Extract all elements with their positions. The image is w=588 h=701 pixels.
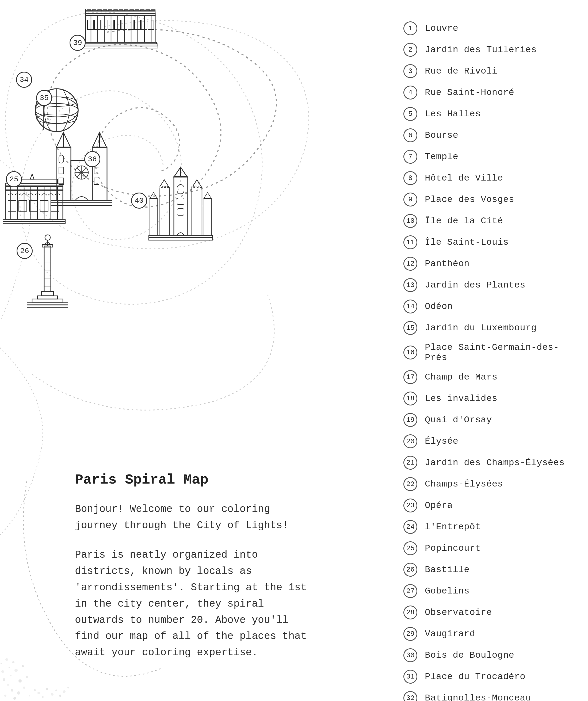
- list-number-14: 14: [403, 299, 417, 313]
- list-number-6: 6: [403, 129, 417, 142]
- list-item-1: 1Louvre: [403, 21, 572, 35]
- list-label-21: Jardin des Champs-Élysées: [425, 458, 565, 468]
- svg-rect-113: [204, 198, 211, 235]
- list-number-31: 31: [403, 670, 417, 684]
- svg-point-144: [9, 667, 10, 668]
- list-number-17: 17: [403, 370, 417, 384]
- list-label-32: Batignolles-Monceau: [425, 693, 531, 701]
- page-container: 39 34 35: [0, 0, 588, 701]
- list-label-19: Quai d'Orsay: [425, 415, 492, 425]
- list-item-21: 21Jardin des Champs-Élysées: [403, 456, 572, 470]
- list-label-23: Opéra: [425, 500, 453, 511]
- list-item-27: 27Gobelins: [403, 584, 572, 598]
- svg-point-154: [67, 687, 69, 688]
- list-label-5: Les Halles: [425, 109, 481, 119]
- svg-rect-82: [59, 178, 64, 185]
- list-item-12: 12Panthéon: [403, 257, 572, 271]
- list-number-18: 18: [403, 392, 417, 406]
- list-label-6: Bourse: [425, 130, 458, 141]
- list-item-2: 2Jardin des Tuileries: [403, 43, 572, 57]
- description-paragraph-1: Bonjour! Welcome to our coloring journey…: [75, 501, 316, 534]
- list-panel: 1Louvre2Jardin des Tuileries3Rue de Rivo…: [387, 11, 588, 701]
- map-title: Paris Spiral Map: [75, 472, 316, 488]
- svg-point-143: [1, 670, 4, 673]
- svg-rect-118: [177, 198, 184, 205]
- svg-rect-107: [159, 187, 169, 235]
- svg-rect-66: [3, 219, 65, 221]
- svg-point-133: [13, 697, 16, 700]
- list-label-24: l'Entrepôt: [425, 522, 481, 532]
- svg-point-141: [42, 696, 44, 698]
- list-number-24: 24: [403, 520, 417, 534]
- list-label-20: Élysée: [425, 436, 458, 446]
- list-label-28: Observatoire: [425, 608, 492, 618]
- list-item-3: 3Rue de Rivoli: [403, 64, 572, 78]
- list-item-31: 31Place du Trocadéro: [403, 670, 572, 684]
- list-label-27: Gobelins: [425, 586, 469, 596]
- list-number-25: 25: [403, 541, 417, 555]
- svg-point-138: [18, 679, 22, 683]
- list-number-2: 2: [403, 43, 417, 57]
- list-item-8: 8Hôtel de Ville: [403, 171, 572, 185]
- map-number-35: 35: [36, 90, 52, 106]
- list-number-21: 21: [403, 456, 417, 470]
- list-number-4: 4: [403, 85, 417, 99]
- list-number-29: 29: [403, 627, 417, 641]
- list-item-24: 24l'Entrepôt: [403, 520, 572, 534]
- svg-point-128: [4, 695, 6, 697]
- column-landmark: [27, 233, 68, 309]
- svg-point-148: [5, 658, 8, 661]
- svg-rect-100: [37, 296, 57, 299]
- list-label-29: Vaugirard: [425, 629, 475, 639]
- svg-rect-117: [177, 185, 184, 194]
- list-label-26: Bastille: [425, 564, 469, 575]
- list-label-12: Panthéon: [425, 259, 469, 269]
- svg-point-137: [10, 675, 11, 676]
- list-label-2: Jardin des Tuileries: [425, 45, 537, 55]
- list-number-28: 28: [403, 606, 417, 620]
- map-number-40: 40: [131, 193, 147, 209]
- list-item-5: 5Les Halles: [403, 107, 572, 121]
- list-item-9: 9Place des Vosges: [403, 193, 572, 207]
- svg-point-140: [37, 692, 40, 694]
- svg-rect-38: [83, 44, 158, 46]
- list-item-4: 4Rue Saint-Honoré: [403, 85, 572, 99]
- list-item-14: 14Odéon: [403, 299, 572, 313]
- svg-rect-99: [41, 291, 53, 296]
- svg-point-153: [63, 690, 65, 693]
- list-item-16: 16Place Saint-Germain-des-Prés: [403, 342, 572, 363]
- list-number-19: 19: [403, 413, 417, 427]
- gravel-texture: [0, 594, 75, 701]
- svg-point-150: [51, 693, 53, 696]
- svg-rect-123: [162, 186, 164, 188]
- list-number-13: 13: [403, 278, 417, 292]
- map-area: 39 34 35: [0, 0, 388, 701]
- map-number-36: 36: [84, 151, 100, 167]
- list-item-29: 29Vaugirard: [403, 627, 572, 641]
- svg-point-131: [17, 691, 20, 695]
- svg-point-152: [59, 695, 61, 697]
- svg-rect-81: [59, 167, 64, 174]
- list-number-7: 7: [403, 150, 417, 164]
- list-label-17: Champ de Mars: [425, 372, 498, 382]
- svg-rect-109: [192, 187, 202, 235]
- list-item-20: 20Élysée: [403, 434, 572, 448]
- list-item-13: 13Jardin des Plantes: [403, 278, 572, 292]
- list-label-22: Champs-Élysées: [425, 479, 503, 489]
- svg-point-135: [34, 689, 36, 691]
- list-label-31: Place du Trocadéro: [425, 672, 526, 682]
- svg-point-151: [55, 690, 57, 691]
- list-number-30: 30: [403, 648, 417, 662]
- svg-point-146: [22, 665, 24, 667]
- svg-rect-85: [94, 178, 99, 185]
- svg-marker-112: [150, 193, 157, 199]
- map-number-34: 34: [16, 72, 32, 88]
- svg-rect-126: [195, 186, 197, 188]
- list-number-27: 27: [403, 584, 417, 598]
- svg-point-136: [3, 678, 5, 681]
- list-number-12: 12: [403, 257, 417, 271]
- list-number-9: 9: [403, 193, 417, 207]
- svg-rect-27: [87, 20, 93, 29]
- map-number-26: 26: [17, 243, 33, 259]
- castle-landmark: [149, 166, 213, 245]
